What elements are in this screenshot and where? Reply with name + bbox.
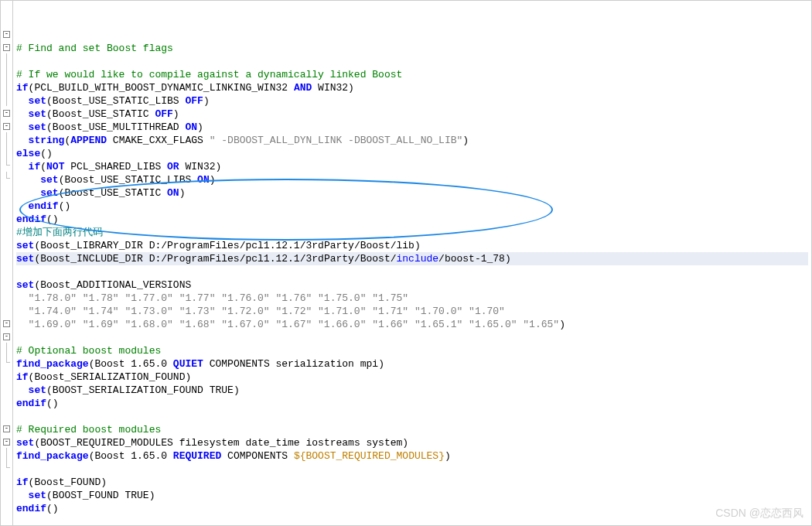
code-token: find_package — [16, 450, 89, 462]
code-token: ) — [173, 108, 179, 120]
code-line[interactable]: set(Boost_ADDITIONAL_VERSIONS — [16, 278, 808, 292]
code-line[interactable]: "1.69.0" "1.69" "1.68.0" "1.68" "1.67.0"… — [16, 318, 808, 331]
code-token: ) — [378, 358, 384, 370]
code-token: OFF — [155, 108, 172, 120]
code-line[interactable]: if(Boost_SERIALIZATION_FOUND) — [16, 371, 808, 384]
code-line[interactable]: # Optional boost modules — [16, 344, 808, 357]
code-token: # Required boost modules — [16, 424, 161, 435]
code-token — [16, 95, 29, 107]
code-content[interactable]: # Find and set Boost flags # If we would… — [13, 1, 811, 525]
code-line[interactable]: set(Boost_USE_STATIC_LIBS OFF) — [16, 94, 808, 108]
code-line[interactable]: find_package(Boost 1.65.0 REQUIRED COMPO… — [16, 449, 808, 463]
code-token: "1.69.0" "1.69" "1.68.0" "1.68" "1.67.0"… — [16, 319, 559, 330]
code-line[interactable]: #增加下面两行代码 — [16, 226, 808, 239]
code-line[interactable] — [16, 410, 808, 423]
code-line[interactable]: set(BOOST_SERIALIZATION_FOUND TRUE) — [16, 384, 808, 397]
fold-marker — [1, 264, 12, 277]
code-line[interactable] — [16, 463, 808, 476]
code-line[interactable] — [16, 55, 808, 68]
code-line[interactable]: endif() — [16, 200, 808, 213]
code-line[interactable]: # If we would like to compile against a … — [16, 68, 808, 81]
fold-box-icon[interactable]: - — [3, 44, 10, 51]
fold-marker[interactable]: - — [1, 40, 12, 53]
code-token: WIN32 — [179, 161, 216, 172]
code-token: /boost-1_78 — [438, 253, 505, 265]
code-token — [16, 174, 40, 186]
code-token: ( — [46, 95, 53, 107]
code-line[interactable]: if(PCL_BUILD_WITH_BOOST_DYNAMIC_LINKING_… — [16, 81, 808, 94]
code-line[interactable]: # Required boost modules — [16, 423, 808, 436]
code-line[interactable]: set(Boost_INCLUDE_DIR D:/ProgramFiles/pc… — [16, 252, 808, 265]
code-token: ) — [149, 490, 155, 501]
code-token: endif — [16, 503, 46, 514]
code-line[interactable] — [16, 515, 808, 526]
fold-marker — [1, 369, 12, 382]
fold-marker[interactable]: - — [1, 119, 12, 132]
fold-box-icon[interactable]: - — [3, 123, 10, 130]
code-token: PCL_SHARED_LIBS — [64, 161, 167, 172]
fold-marker[interactable]: - — [1, 27, 12, 40]
fold-marker — [1, 159, 12, 172]
code-line[interactable]: # Find and set Boost flags — [16, 42, 808, 55]
code-line[interactable]: endif() — [16, 397, 808, 410]
code-token: ) — [462, 135, 469, 146]
fold-marker[interactable]: - — [1, 422, 12, 435]
fold-box-icon[interactable]: - — [3, 425, 10, 432]
fold-marker — [1, 80, 12, 93]
code-line[interactable]: endif() — [16, 213, 808, 226]
code-token: ) — [185, 371, 191, 383]
code-token: COMPONENTS — [221, 450, 294, 462]
code-line[interactable]: find_package(Boost 1.65.0 QUIET COMPONEN… — [16, 357, 808, 371]
code-token: () — [59, 200, 71, 212]
code-token: set — [40, 174, 58, 186]
fold-marker[interactable]: - — [1, 316, 12, 330]
fold-box-icon[interactable]: - — [3, 31, 10, 38]
code-token: REQUIRED — [173, 450, 221, 462]
code-token — [16, 135, 29, 146]
code-token: BOOST_REQUIRED_MODULES filesystem date_t… — [40, 437, 402, 449]
code-line[interactable]: set(Boost_USE_MULTITHREAD ON) — [16, 121, 808, 134]
fold-marker — [1, 185, 12, 198]
fold-gutter[interactable]: -------- — [1, 1, 13, 525]
code-line[interactable]: set(Boost_USE_STATIC ON) — [16, 186, 808, 200]
code-line[interactable]: else() — [16, 147, 808, 160]
code-token: ) — [197, 121, 203, 133]
code-token: ( — [46, 108, 53, 120]
fold-marker — [1, 93, 12, 106]
code-line[interactable] — [16, 265, 808, 278]
fold-box-icon[interactable]: - — [3, 439, 10, 446]
fold-marker — [1, 53, 12, 67]
fold-box-icon[interactable]: - — [3, 320, 10, 327]
fold-marker — [1, 198, 12, 211]
code-line[interactable]: "1.74.0" "1.74" "1.73.0" "1.73" "1.72.0"… — [16, 305, 808, 318]
code-token: find_package — [16, 358, 89, 370]
fold-box-icon[interactable]: - — [3, 110, 10, 117]
code-token — [16, 161, 29, 172]
code-token: #增加下面两行代码 — [16, 227, 103, 238]
code-token: else — [16, 148, 40, 159]
code-token: ( — [40, 161, 46, 172]
code-line[interactable]: endif() — [16, 502, 808, 515]
fold-marker[interactable]: - — [1, 106, 12, 119]
code-line[interactable]: set(BOOST_FOUND TRUE) — [16, 489, 808, 502]
fold-marker[interactable]: - — [1, 330, 12, 343]
code-editor[interactable]: -------- # Find and set Boost flags # If… — [1, 1, 811, 525]
code-line[interactable]: string(APPEND CMAKE_CXX_FLAGS " -DBOOST_… — [16, 134, 808, 147]
code-token: OR — [167, 161, 179, 172]
code-token: set — [16, 253, 34, 265]
code-line[interactable]: set(Boost_USE_STATIC OFF) — [16, 108, 808, 121]
code-line[interactable]: if(NOT PCL_SHARED_LIBS OR WIN32) — [16, 160, 808, 173]
code-line[interactable]: if(Boost_FOUND) — [16, 476, 808, 489]
fold-box-icon[interactable]: - — [3, 333, 10, 340]
code-line[interactable]: "1.78.0" "1.78" "1.77.0" "1.77" "1.76.0"… — [16, 292, 808, 305]
code-token: ) — [210, 174, 216, 186]
fold-marker — [1, 67, 12, 80]
fold-marker[interactable]: - — [1, 435, 12, 448]
code-token: # If we would like to compile against a … — [16, 69, 402, 80]
code-line[interactable]: set(Boost_USE_STATIC_LIBS ON) — [16, 173, 808, 186]
code-line[interactable] — [16, 331, 808, 344]
code-line[interactable]: set(Boost_LIBRARY_DIR D:/ProgramFiles/pc… — [16, 239, 808, 252]
code-token: AND — [294, 82, 312, 94]
code-line[interactable]: set(BOOST_REQUIRED_MODULES filesystem da… — [16, 436, 808, 449]
fold-marker — [1, 277, 12, 290]
